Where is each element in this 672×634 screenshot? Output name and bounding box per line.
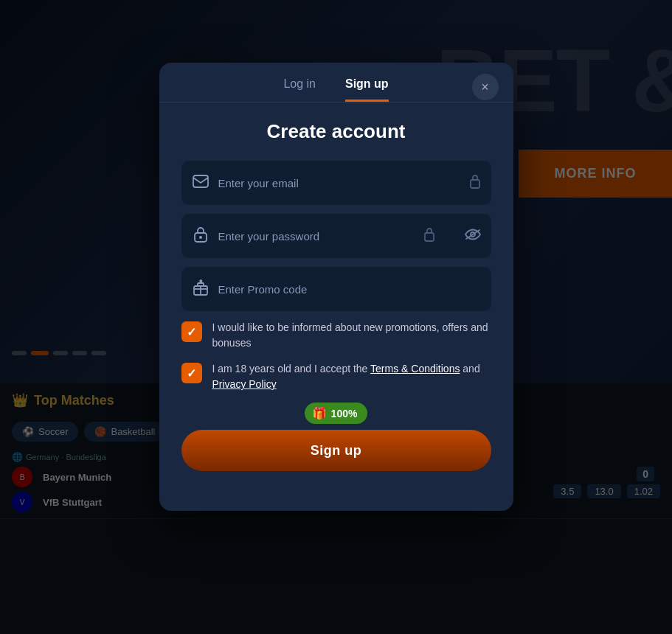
checkbox-promotions[interactable]: ✓ [181, 321, 202, 342]
svg-rect-4 [425, 233, 434, 241]
promo-gift-icon: 🎁 [312, 406, 327, 420]
lock-icon [192, 226, 209, 246]
terms-link[interactable]: Terms & Conditions [370, 363, 460, 375]
promo-input-group [181, 267, 491, 311]
svg-rect-0 [193, 175, 208, 187]
password-right-icon [423, 227, 435, 245]
password-field[interactable] [218, 230, 415, 243]
password-input-group [181, 214, 491, 258]
email-field[interactable] [218, 177, 460, 189]
checkbox-terms[interactable]: ✓ [181, 363, 202, 383]
check-icon-1: ✓ [187, 325, 196, 339]
signup-modal: Log in Sign up × Create account [159, 63, 513, 511]
modal-title: Create account [181, 120, 491, 143]
privacy-link[interactable]: Privacy Policy [212, 378, 277, 390]
gift-icon [192, 279, 209, 299]
modal-overlay: Log in Sign up × Create account [0, 0, 672, 634]
promo-badge-container: 🎁 100% [181, 403, 491, 424]
promo-percent: 100% [331, 408, 358, 419]
checkbox-terms-row: ✓ I am 18 years old and I accept the Ter… [181, 361, 491, 392]
signup-button[interactable]: Sign up [181, 430, 491, 471]
promo-field[interactable] [218, 283, 481, 296]
eye-icon[interactable] [465, 229, 481, 243]
checkbox-promotions-label: I would like to be informed about new pr… [212, 320, 491, 351]
modal-tabs: Log in Sign up × [159, 63, 513, 102]
email-right-icon [469, 174, 481, 192]
svg-point-3 [199, 236, 202, 239]
check-icon-2: ✓ [187, 366, 196, 380]
email-input-group [181, 161, 491, 205]
email-icon [192, 175, 209, 192]
checkbox-terms-label: I am 18 years old and I accept the Terms… [212, 361, 491, 392]
promo-badge: 🎁 100% [305, 403, 368, 424]
tab-login[interactable]: Log in [283, 77, 316, 102]
close-button[interactable]: × [472, 74, 499, 100]
modal-body: Create account [159, 102, 513, 489]
checkbox-promotions-row: ✓ I would like to be informed about new … [181, 320, 491, 351]
svg-rect-1 [471, 180, 479, 188]
tab-signup[interactable]: Sign up [345, 77, 389, 102]
